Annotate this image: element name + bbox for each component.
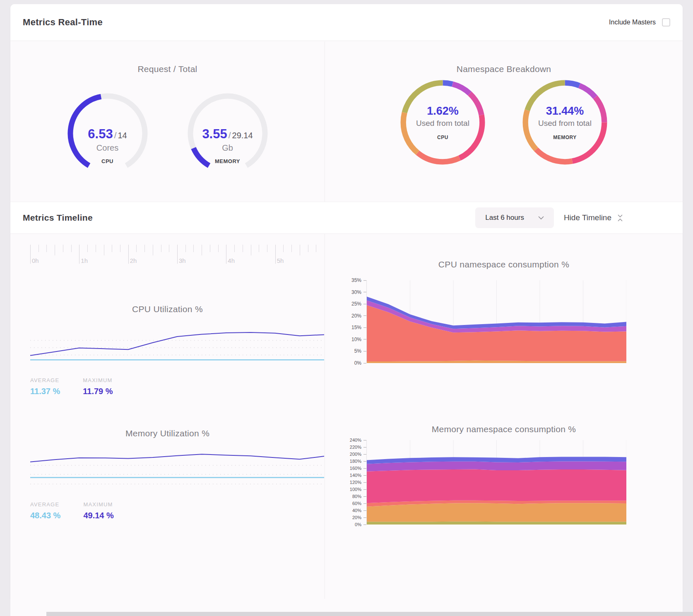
card-header: Metrics Real-Time Include Masters (10, 4, 683, 41)
memory-gauge-request: 3.55 (202, 127, 227, 141)
cpu-gauge-unit: Cores (66, 143, 149, 153)
ruler-hour-label: 1h (81, 257, 88, 264)
donuts-group: 1.62% Used from total CPU 31.44% Used fr… (325, 80, 683, 165)
hide-timeline-label: Hide Timeline (564, 213, 611, 222)
bottom-strip (46, 612, 693, 616)
y-tick-label: 20% (352, 515, 366, 520)
maximum-stat: MAXIMUM 49.14 % (83, 501, 113, 520)
cpu-gauge-request: 6.53 (88, 127, 113, 141)
timeline-ruler: 0h1h2h3h4h5h6h (30, 245, 324, 266)
cpu-utilization-panel: 0h1h2h3h4h5h6h CPU Utilization % AVERAGE… (10, 234, 325, 399)
memory-donut-value: 31.44% (546, 105, 584, 118)
cpu-gauge-value: 6.53/14 (66, 127, 149, 142)
memory-metrics-row: Memory Utilization % AVERAGE 48.43 % MAX… (10, 399, 683, 599)
cpu-donut-caption: Used from total (416, 119, 469, 128)
y-tick-label: 40% (352, 508, 366, 513)
y-tick-label: 160% (350, 466, 366, 471)
ruler-tick (30, 245, 31, 264)
memory-namespace-plot (366, 440, 626, 525)
metrics-timeline-bar: Metrics Timeline Last 6 hours Hide Timel… (10, 202, 683, 234)
ruler-tick (193, 245, 194, 252)
ruler-tick (96, 245, 96, 252)
ruler-tick (161, 245, 161, 252)
cpu-namespace-chart: 35%30%25%20%15%10%5%0% (325, 280, 683, 363)
average-label: AVERAGE (30, 377, 60, 383)
gauges-group: 6.53/14 Cores CPU 3.55/29.14 Gb MEMORY (10, 92, 325, 181)
include-masters-control: Include Masters (609, 18, 670, 26)
y-tick-label: 15% (351, 325, 366, 330)
realtime-row: Request / Total 6.53/14 Cores CPU 3.55/2… (10, 41, 683, 202)
hide-timeline-button[interactable]: Hide Timeline (564, 213, 624, 222)
cpu-donut: 1.62% Used from total CPU (400, 80, 485, 165)
time-range-select[interactable]: Last 6 hours (475, 207, 554, 228)
cpu-gauge-label: CPU (66, 158, 149, 164)
cpu-namespace-panel: CPU namespace consumption % 35%30%25%20%… (325, 234, 683, 399)
memory-utilization-chart (30, 448, 324, 488)
ruler-tick (275, 245, 276, 264)
y-tick-label: 140% (350, 473, 366, 478)
y-tick-label: 10% (351, 337, 366, 342)
ruler-tick (185, 245, 186, 252)
gauge-separator: / (227, 130, 232, 140)
ruler-tick (153, 245, 153, 255)
average-value: 48.43 % (30, 511, 60, 520)
y-tick-label: 80% (352, 494, 366, 499)
cpu-donut-value: 1.62% (427, 105, 459, 118)
ruler-tick (112, 245, 112, 252)
ruler-tick (259, 245, 259, 252)
average-stat: AVERAGE 11.37 % (30, 377, 60, 396)
cpu-utilization-title: CPU Utilization % (10, 304, 325, 314)
metrics-dashboard: { "header": { "title": "Metrics Real-Tim… (0, 0, 693, 616)
ruler-tick (234, 245, 235, 252)
memory-gauge-total: 29.14 (232, 131, 253, 140)
ruler-tick (300, 245, 300, 255)
ruler-tick (120, 245, 120, 252)
ruler-tick (283, 245, 284, 252)
ruler-tick (218, 245, 219, 252)
maximum-stat: MAXIMUM 11.79 % (83, 377, 113, 396)
ruler-tick (210, 245, 210, 252)
time-range-value: Last 6 hours (485, 214, 524, 222)
metrics-card: Metrics Real-Time Include Masters Reques… (10, 4, 683, 599)
namespace-breakdown-title: Namespace Breakdown (325, 64, 683, 74)
memory-gauge-unit: Gb (186, 143, 269, 153)
include-masters-checkbox[interactable] (662, 18, 670, 26)
cpu-donut-center: 1.62% Used from total CPU (400, 80, 485, 165)
y-tick-label: 200% (350, 452, 366, 457)
cpu-donut-label: CPU (437, 135, 448, 140)
y-tick-label: 220% (350, 445, 366, 450)
y-tick-label: 25% (351, 301, 366, 307)
memory-gauge: 3.55/29.14 Gb MEMORY (186, 92, 269, 181)
ruler-tick (202, 245, 202, 255)
average-stat: AVERAGE 48.43 % (30, 501, 60, 520)
cpu-namespace-title: CPU namespace consumption % (325, 260, 683, 270)
ruler-tick (63, 245, 63, 252)
cpu-namespace-yaxis: 35%30%25%20%15%10%5%0% (325, 280, 366, 363)
y-tick-label: 120% (350, 480, 366, 485)
y-tick-label: 30% (351, 289, 366, 295)
ruler-tick (169, 245, 169, 252)
maximum-value: 11.79 % (83, 387, 113, 396)
memory-gauge-value: 3.55/29.14 (186, 127, 269, 142)
y-tick-label: 5% (354, 348, 366, 354)
page-title: Metrics Real-Time (23, 17, 103, 28)
ruler-tick (136, 245, 137, 252)
gauge-separator: / (113, 130, 118, 140)
cpu-metrics-row: 0h1h2h3h4h5h6h CPU Utilization % AVERAGE… (10, 234, 683, 399)
ruler-tick (104, 245, 104, 255)
timeline-controls: Last 6 hours Hide Timeline (475, 207, 624, 228)
ruler-tick (144, 245, 145, 252)
average-label: AVERAGE (30, 501, 60, 508)
cpu-gauge: 6.53/14 Cores CPU (66, 92, 149, 181)
request-total-panel: Request / Total 6.53/14 Cores CPU 3.55/2… (10, 41, 325, 202)
namespace-breakdown-panel: Namespace Breakdown 1.62% Used from tota… (325, 41, 683, 202)
ruler-hour-label: 4h (228, 257, 235, 264)
ruler-tick (226, 245, 226, 264)
memory-donut-caption: Used from total (538, 119, 592, 128)
ruler-hour-label: 0h (32, 257, 39, 264)
ruler-tick (87, 245, 88, 252)
ruler-hour-label: 2h (130, 257, 137, 264)
ruler-tick (316, 245, 316, 252)
y-tick-label: 0% (354, 360, 366, 366)
memory-namespace-title: Memory namespace consumption % (325, 424, 683, 434)
